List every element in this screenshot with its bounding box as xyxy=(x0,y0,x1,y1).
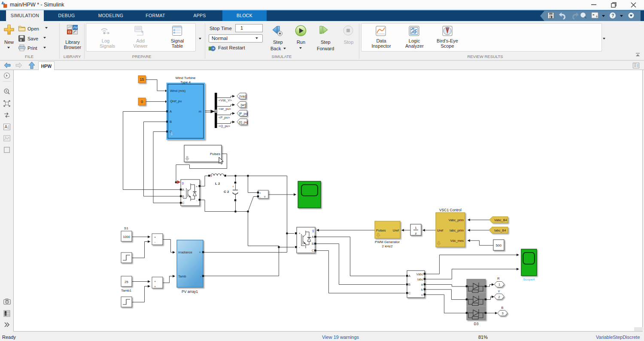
svg-text:B: B xyxy=(501,306,503,310)
svg-text:v: v xyxy=(264,195,266,198)
svg-text:g: g xyxy=(312,228,314,232)
svg-text:A: A xyxy=(408,274,410,278)
svg-text:c: c xyxy=(421,293,423,297)
svg-text:m: m xyxy=(199,110,201,113)
svg-text:Vdc_mes: Vdc_mes xyxy=(450,239,464,243)
svg-text:B: B xyxy=(312,242,314,246)
svg-text:B: B xyxy=(408,283,410,286)
svg-text:+: + xyxy=(154,285,156,288)
svg-text:C 2: C 2 xyxy=(224,190,229,194)
svg-text:<Q_pu>: <Q_pu> xyxy=(219,124,231,128)
svg-text:+: + xyxy=(154,280,156,283)
svg-text:3: 3 xyxy=(501,311,503,315)
svg-text:2 kHz2: 2 kHz2 xyxy=(382,244,393,248)
svg-text:1: 1 xyxy=(415,226,417,230)
svg-text:L 2: L 2 xyxy=(215,182,220,186)
svg-text:C: C xyxy=(182,201,185,205)
svg-text:?: ? xyxy=(611,13,614,18)
svg-text:B: B xyxy=(182,195,184,198)
svg-text:<Vdc_V>: <Vdc_V> xyxy=(219,98,232,102)
svg-text:25: 25 xyxy=(125,280,128,284)
svg-text:Vabc_B4: Vabc_B4 xyxy=(494,218,507,222)
svg-text:Scope4: Scope4 xyxy=(523,277,535,281)
svg-text:z: z xyxy=(415,231,417,235)
svg-text:A: A xyxy=(182,188,184,192)
svg-text:Iabc: Iabc xyxy=(417,277,423,281)
svg-text:+: + xyxy=(232,185,234,188)
svg-text:Iabc_prim: Iabc_prim xyxy=(450,228,464,232)
svg-text:[Vdc]: [Vdc] xyxy=(240,95,246,98)
svg-text:Wind (m/s): Wind (m/s) xyxy=(170,89,186,93)
svg-text:Pulses: Pulses xyxy=(210,152,220,156)
svg-text:b: b xyxy=(421,288,423,292)
svg-text:[wr]: [wr] xyxy=(241,104,246,107)
svg-text:-: - xyxy=(260,195,261,198)
svg-text:A: A xyxy=(5,125,8,129)
svg-text:<wr_pu>: <wr_pu> xyxy=(219,107,231,111)
svg-text:2: 2 xyxy=(498,295,500,299)
svg-text:[P_pu]: [P_pu] xyxy=(239,112,248,116)
svg-text:VSC1 Control: VSC1 Control xyxy=(439,208,462,212)
svg-text:B: B xyxy=(170,120,172,124)
svg-text:R: R xyxy=(497,277,500,280)
svg-text:[Q_pu]: [Q_pu] xyxy=(239,121,248,124)
svg-text:D3: D3 xyxy=(474,322,479,326)
svg-text:Vabc_prim: Vabc_prim xyxy=(449,218,464,222)
svg-text:Tamb1: Tamb1 xyxy=(121,289,132,292)
svg-text:0: 0 xyxy=(141,100,143,104)
svg-text:+: + xyxy=(154,236,156,239)
svg-text:»: » xyxy=(592,13,595,17)
svg-text:A: A xyxy=(312,235,314,239)
svg-text:A: A xyxy=(170,110,172,113)
svg-text:Uref: Uref xyxy=(393,228,399,232)
svg-text:+: + xyxy=(199,250,201,254)
svg-text:irradiance: irradiance xyxy=(178,250,192,254)
svg-text:PWM Generator: PWM Generator xyxy=(375,240,400,244)
svg-text:Type 4: Type 4 xyxy=(180,80,191,84)
svg-text:Uref: Uref xyxy=(437,228,444,232)
svg-text:Qref_pu: Qref_pu xyxy=(170,99,182,103)
svg-text:C: C xyxy=(408,291,411,295)
svg-text:PV array1: PV array1 xyxy=(182,289,198,294)
svg-text:Pulses: Pulses xyxy=(376,228,386,232)
svg-text:S1: S1 xyxy=(124,226,128,230)
svg-text:+: + xyxy=(259,192,261,195)
svg-text:Y: Y xyxy=(498,289,500,293)
svg-text:15: 15 xyxy=(140,77,144,82)
svg-text:Vabc: Vabc xyxy=(416,272,423,276)
svg-text:+: + xyxy=(299,231,301,235)
svg-text:1: 1 xyxy=(498,283,500,286)
svg-text:1000: 1000 xyxy=(123,235,130,239)
svg-text:500: 500 xyxy=(496,244,502,247)
svg-text:+: + xyxy=(196,185,198,189)
svg-text:C: C xyxy=(312,249,314,253)
svg-text:Tamb: Tamb xyxy=(178,274,186,278)
svg-text:<P_pu>: <P_pu> xyxy=(219,116,230,119)
svg-text:g: g xyxy=(182,181,184,185)
svg-text:Iabc_B4: Iabc_B4 xyxy=(494,228,506,232)
svg-text:Wind Turbine: Wind Turbine xyxy=(175,76,196,80)
